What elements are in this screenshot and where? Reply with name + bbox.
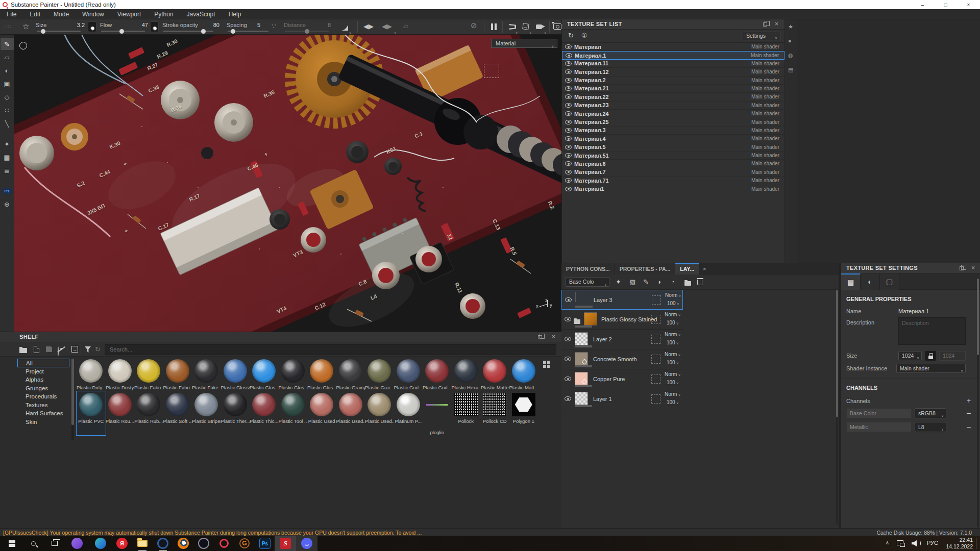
material-plastic-soft-[interactable]: Plastic Soft ...: [163, 391, 192, 435]
taskbar-paint-3d[interactable]: [66, 536, 88, 551]
pause-engine-icon[interactable]: [491, 23, 497, 30]
texture-set-row[interactable]: Материал.22Main shader: [562, 93, 785, 101]
visibility-eye-icon[interactable]: [565, 377, 571, 381]
size-select[interactable]: 1024∨: [898, 351, 922, 360]
language-indicator[interactable]: РУС: [927, 540, 938, 546]
texture-set-row[interactable]: Материал.1Main shader: [562, 51, 785, 59]
panel-star-icon[interactable]: ★: [788, 23, 793, 30]
taskbar-yandex-browser[interactable]: Я: [111, 536, 133, 551]
layer-mask-thumbnail[interactable]: [651, 315, 660, 324]
close-button[interactable]: ×: [957, 0, 980, 9]
hidden-resources-icon[interactable]: [58, 347, 59, 356]
visibility-eye-icon[interactable]: [565, 187, 572, 191]
lock-ratio-button[interactable]: [925, 351, 936, 361]
clock[interactable]: 22:41 14.12.2022: [946, 537, 973, 550]
distance-slider[interactable]: [285, 31, 329, 32]
layer-mask-thumbnail[interactable]: [651, 394, 660, 404]
falloff-curve-icon[interactable]: [341, 24, 349, 31]
menu-file[interactable]: File: [0, 11, 23, 18]
tool-sticker[interactable]: ▣: [1, 78, 14, 90]
material-ploglin[interactable]: ploglin: [423, 391, 452, 435]
dock-icon[interactable]: [763, 22, 767, 27]
layer-mask-thumbnail[interactable]: [651, 355, 660, 364]
texture-set-row[interactable]: Материал.21Main shader: [562, 85, 785, 93]
brush-presets-icon[interactable]: ☆: [22, 22, 29, 31]
layer-row[interactable]: Plastic Glossy StainedNorm ∨100 ∨: [561, 310, 683, 330]
material-pollock[interactable]: Pollock: [452, 391, 481, 435]
visibility-eye-icon[interactable]: [565, 297, 572, 302]
visibility-eye-icon[interactable]: [565, 153, 572, 158]
layer-mask-thumbnail[interactable]: [651, 335, 660, 344]
panel-ring-icon[interactable]: ◍: [788, 52, 793, 59]
shading-mode-select[interactable]: Material∨: [491, 39, 557, 48]
material-plastic-glossy[interactable]: Plastic Glossy: [221, 358, 250, 390]
tool-world[interactable]: ⊕: [1, 198, 14, 210]
visibility-eye-icon[interactable]: [565, 94, 572, 99]
taskbar-start[interactable]: [1, 536, 22, 551]
texture-set-row[interactable]: Материал.11Main shader: [562, 60, 785, 68]
material-plastic-used-[interactable]: Plastic Used...: [365, 391, 394, 435]
spacing-control[interactable]: Spacing 5: [227, 21, 260, 34]
opacity-select[interactable]: 100 ∨: [667, 399, 682, 405]
material-plastic-dirty-[interactable]: Plastic Dirty...: [77, 358, 106, 390]
visibility-eye-icon[interactable]: [566, 53, 572, 58]
opacity-select[interactable]: 100 ∨: [667, 300, 682, 306]
visibility-eye-icon[interactable]: [565, 337, 571, 341]
material-plastic-matt-[interactable]: Plastic Matt...: [509, 358, 538, 390]
material-plastic-matte[interactable]: Plastic Matte: [480, 358, 509, 390]
material-plastic-fabri-[interactable]: Plastic Fabri...: [163, 358, 192, 390]
taskbar-photoshop[interactable]: Ps: [254, 536, 276, 551]
material-plastic-stripes[interactable]: Plastic Stripes: [192, 391, 221, 435]
tab-propertiespa[interactable]: PROPERTIES - PA...: [615, 263, 676, 274]
shader-instance-select[interactable]: Main shader∨: [896, 364, 966, 373]
perspective-view-icon[interactable]: [508, 24, 516, 30]
texture-set-row[interactable]: Материал.4Main shader: [562, 135, 785, 143]
material-plastic-grai-[interactable]: Plastic Grai...: [365, 358, 394, 390]
channel-format-select[interactable]: L8∨: [915, 422, 946, 432]
material-polygon-1[interactable]: Polygon 1: [509, 391, 538, 435]
add-smart-material-icon[interactable]: ◑: [657, 278, 661, 286]
taskbar-discord[interactable]: ◡: [296, 536, 317, 551]
shelf-category-textures[interactable]: Textures: [17, 401, 69, 410]
layers-scrollbar[interactable]: [836, 290, 838, 524]
geometry-view-icon[interactable]: [522, 23, 529, 30]
material-pollock-cd[interactable]: Pollock CD: [480, 391, 509, 435]
material-plastic-hexa-[interactable]: Plastic Hexa...: [452, 358, 481, 390]
tool-projection[interactable]: ◐: [1, 64, 14, 77]
refresh-visibility-icon[interactable]: ↻: [568, 32, 574, 39]
tool-grid[interactable]: ▦: [1, 151, 14, 163]
dock-icon[interactable]: [538, 335, 542, 339]
tool-polygon-fill[interactable]: ◇: [1, 91, 14, 103]
show-desktop-button[interactable]: [976, 538, 976, 549]
tab-general-settings[interactable]: ▤: [841, 273, 861, 290]
size-control[interactable]: Size 3.2: [36, 21, 85, 34]
tab-lay[interactable]: LAY...: [675, 263, 699, 274]
material-plastic-grid-[interactable]: Plastic Grid ...: [423, 358, 452, 390]
tool-stack[interactable]: ≣: [1, 164, 14, 177]
opacity-select[interactable]: 100 ∨: [667, 320, 682, 325]
taskbar-opera[interactable]: [213, 536, 235, 551]
texture-set-row[interactable]: Материал.51Main shader: [562, 152, 785, 160]
size-slider[interactable]: [37, 31, 81, 32]
layer-row[interactable]: Layer 3Norm ∨100 ∨: [561, 290, 683, 310]
blend-mode-select[interactable]: Norm ∨: [665, 312, 682, 317]
layer-mask-thumbnail[interactable]: [651, 374, 660, 384]
visibility-eye-icon[interactable]: [565, 145, 572, 149]
taskbar-g-app[interactable]: G: [234, 536, 255, 551]
opacity-select[interactable]: 100 ∨: [667, 360, 682, 365]
tool-picker[interactable]: ╲: [1, 117, 14, 130]
visibility-eye-icon[interactable]: [565, 161, 572, 166]
opacity-select[interactable]: 100 ∨: [667, 340, 682, 345]
material-plastic-rub-[interactable]: Plastic Rub...: [134, 391, 163, 435]
visibility-eye-icon[interactable]: [565, 120, 572, 124]
falloff-tip-icon[interactable]: [150, 21, 159, 32]
blend-mode-select[interactable]: Norm ∨: [665, 371, 682, 377]
spacing-slider[interactable]: [228, 31, 268, 32]
visibility-eye-icon[interactable]: [565, 396, 571, 401]
add-fill-layer-icon[interactable]: ▧: [629, 278, 635, 286]
blend-mode-select[interactable]: Norm ∨: [665, 352, 682, 357]
material-plastic-glos-[interactable]: Plastic Glos...: [250, 358, 279, 390]
close-icon[interactable]: ×: [552, 333, 555, 340]
texture-set-row[interactable]: Материал1Main shader: [562, 185, 785, 193]
stroke-opacity-control[interactable]: Stroke opacity 80: [162, 21, 219, 34]
